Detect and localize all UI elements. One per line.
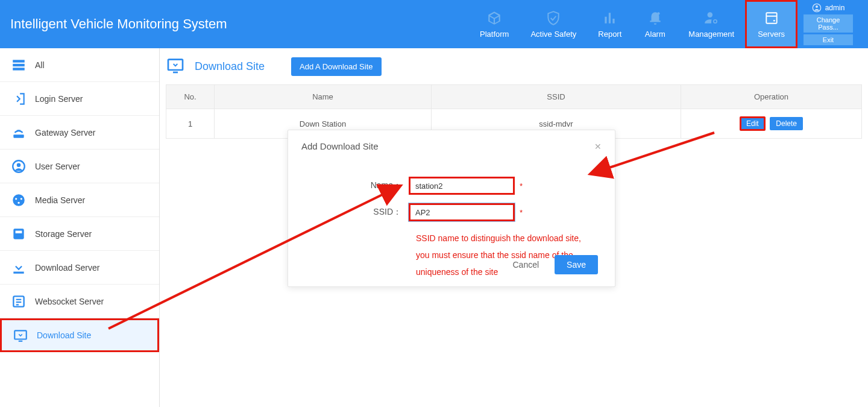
ssid-input[interactable] <box>409 203 515 221</box>
svg-point-16 <box>20 198 22 200</box>
content: Download Site Add A Download Site No. Na… <box>160 48 868 407</box>
nav-label: Report <box>598 30 621 39</box>
download-icon <box>11 260 27 276</box>
delete-button[interactable]: Delete <box>770 117 803 130</box>
sidebar-label: Media Server <box>35 195 85 205</box>
svg-point-13 <box>17 163 21 167</box>
sidebar-item-download[interactable]: Download Server <box>0 251 159 285</box>
svg-rect-11 <box>13 134 24 137</box>
add-download-site-dialog: Add Download Site ✕ Name： * SSID： * SSID… <box>288 130 615 287</box>
nav-servers[interactable]: Servers <box>745 0 797 48</box>
server-icon <box>764 10 779 26</box>
edit-button[interactable]: Edit <box>740 116 766 131</box>
sidebar-label: Login Server <box>35 94 83 104</box>
bar-chart-icon <box>602 10 618 26</box>
media-icon <box>11 192 27 208</box>
exit-button[interactable]: Exit <box>804 34 853 45</box>
sidebar: All Login Server Gateway Server User Ser… <box>0 48 160 407</box>
name-input[interactable] <box>409 177 515 195</box>
svg-rect-3 <box>766 13 776 23</box>
required-star: * <box>520 181 523 191</box>
sidebar-item-media[interactable]: Media Server <box>0 183 159 217</box>
sidebar-item-storage[interactable]: Storage Server <box>0 217 159 251</box>
sidebar-item-gateway[interactable]: Gateway Server <box>0 116 159 150</box>
nav-label: Alarm <box>645 30 665 39</box>
svg-rect-10 <box>13 68 25 70</box>
alarm-icon <box>647 10 663 26</box>
gateway-icon <box>11 125 27 140</box>
sidebar-item-all[interactable]: All <box>0 48 159 82</box>
sidebar-label: All <box>35 60 45 70</box>
nav-report[interactable]: Report <box>587 0 632 48</box>
sidebar-item-download-site[interactable]: Download Site <box>0 318 159 352</box>
nav-active-safety[interactable]: Active Safety <box>520 0 587 48</box>
user-icon <box>812 3 822 13</box>
login-icon <box>11 91 27 107</box>
sidebar-label: Download Server <box>35 263 99 273</box>
save-button[interactable]: Save <box>555 255 598 274</box>
download-site-icon <box>13 327 28 343</box>
cell-operation: Edit Delete <box>681 109 862 139</box>
svg-rect-9 <box>13 63 25 66</box>
shield-check-icon <box>546 10 561 26</box>
svg-point-2 <box>714 19 717 22</box>
add-download-site-button[interactable]: Add A Download Site <box>291 57 381 76</box>
svg-point-7 <box>816 5 818 8</box>
sidebar-item-websocket[interactable]: Websocket Server <box>0 285 159 318</box>
user-circle-icon <box>11 159 27 174</box>
change-password-button[interactable]: Change Pass... <box>804 14 853 33</box>
cube-icon <box>486 10 502 26</box>
col-name: Name <box>215 85 432 109</box>
svg-rect-18 <box>13 229 24 239</box>
download-site-icon <box>166 55 185 77</box>
svg-point-5 <box>773 19 775 21</box>
websocket-icon <box>11 294 27 309</box>
nav-label: Management <box>688 30 734 39</box>
cancel-button[interactable]: Cancel <box>508 255 544 274</box>
nav-label: Servers <box>758 30 785 39</box>
svg-point-1 <box>708 12 713 17</box>
nav-label: Platform <box>480 30 509 39</box>
sidebar-label: Download Site <box>37 330 91 340</box>
col-ssid: SSID <box>432 85 681 109</box>
sidebar-item-login[interactable]: Login Server <box>0 82 159 116</box>
nav-management[interactable]: Management <box>678 0 745 48</box>
svg-rect-24 <box>14 330 27 339</box>
sidebar-label: Websocket Server <box>35 297 104 306</box>
sidebar-label: Storage Server <box>35 229 92 239</box>
page-title: Download Site <box>195 60 265 73</box>
user-gear-icon <box>703 10 719 26</box>
svg-rect-19 <box>16 230 22 233</box>
required-star: * <box>520 208 523 217</box>
list-icon <box>11 57 27 73</box>
sidebar-label: Gateway Server <box>35 128 95 137</box>
svg-point-0 <box>657 12 659 14</box>
user-panel: admin Change Pass... Exit <box>797 0 859 48</box>
nav-alarm[interactable]: Alarm <box>632 0 678 48</box>
top-nav: Platform Active Safety Report Alarm Mana… <box>469 0 797 48</box>
sidebar-label: User Server <box>35 162 80 171</box>
ssid-label: SSID： <box>301 207 409 218</box>
cell-no: 1 <box>166 109 215 139</box>
dialog-title: Add Download Site <box>301 141 379 151</box>
col-no: No. <box>166 85 215 109</box>
svg-point-17 <box>17 201 19 203</box>
svg-rect-26 <box>168 60 183 70</box>
name-label: Name： <box>301 180 409 191</box>
user-name: admin <box>825 4 845 12</box>
col-operation: Operation <box>681 85 862 109</box>
svg-point-14 <box>13 194 25 206</box>
svg-point-15 <box>15 198 17 200</box>
nav-platform[interactable]: Platform <box>469 0 520 48</box>
svg-rect-8 <box>13 60 25 62</box>
storage-icon <box>11 226 27 242</box>
sidebar-item-user[interactable]: User Server <box>0 150 159 183</box>
close-icon[interactable]: ✕ <box>594 142 602 151</box>
header: Intelligent Vehicle Monitoring System Pl… <box>0 0 868 48</box>
app-title: Intelligent Vehicle Monitoring System <box>9 16 227 32</box>
nav-label: Active Safety <box>530 30 576 39</box>
